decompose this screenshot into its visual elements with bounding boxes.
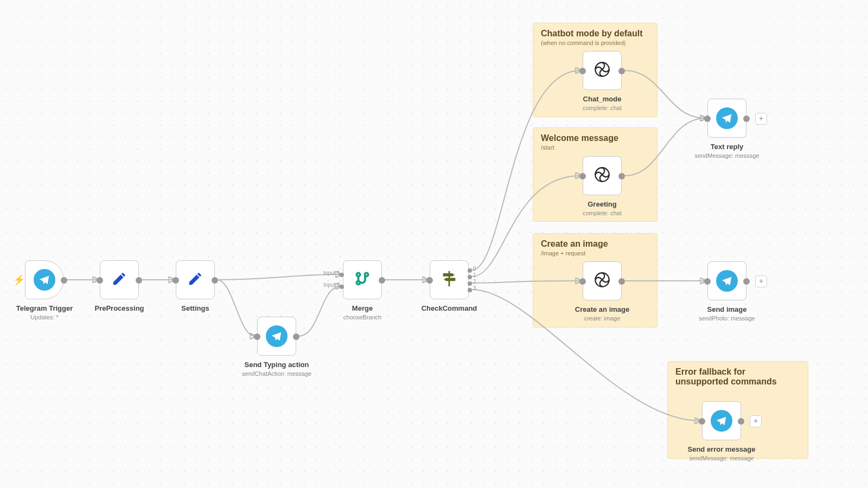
input-port[interactable]	[704, 278, 711, 285]
pencil-icon	[187, 271, 203, 289]
add-output-button[interactable]: +	[755, 113, 767, 125]
output-port[interactable]	[61, 277, 67, 284]
check-output-label-3: 3	[473, 285, 476, 291]
output-port-3[interactable]	[468, 288, 472, 292]
output-port[interactable]	[743, 115, 750, 122]
sticky-title: Chatbot mode by default	[541, 29, 649, 38]
node-create-image[interactable]	[583, 261, 622, 300]
node-merge[interactable]	[343, 260, 382, 299]
node-title: CheckCommand	[422, 304, 477, 313]
node-check-command[interactable]	[430, 260, 469, 299]
node-settings[interactable]	[176, 260, 215, 299]
node-title: Text reply	[694, 142, 759, 152]
input-port[interactable]	[579, 278, 586, 285]
node-title: Send image	[699, 305, 755, 314]
pencil-icon	[111, 271, 127, 289]
output-port[interactable]	[136, 277, 142, 284]
node-greeting[interactable]	[583, 156, 622, 195]
output-port[interactable]	[618, 173, 625, 179]
node-send-error[interactable]	[702, 401, 741, 440]
openai-icon	[593, 60, 611, 81]
sticky-desc: /start	[541, 144, 649, 151]
node-preprocessing[interactable]	[100, 260, 139, 299]
branch-icon	[354, 271, 371, 289]
input-port-2[interactable]	[340, 285, 344, 289]
sticky-title: Create an image	[541, 239, 649, 249]
output-port[interactable]	[618, 68, 625, 74]
openai-icon	[593, 165, 611, 186]
node-sub: complete: chat	[583, 209, 622, 217]
add-output-button[interactable]: +	[755, 275, 767, 287]
check-output-label-1: 1	[473, 272, 476, 278]
input-port[interactable]	[173, 277, 179, 284]
openai-icon	[593, 271, 611, 291]
svg-marker-4	[443, 273, 455, 277]
node-text-reply[interactable]	[707, 99, 746, 138]
merge-input-label-2: Input 2	[323, 282, 340, 288]
input-port[interactable]	[426, 277, 433, 284]
node-chat-mode[interactable]	[583, 51, 622, 90]
output-port[interactable]	[293, 333, 299, 340]
node-title: Send error message	[687, 445, 755, 454]
input-port-1[interactable]	[340, 273, 344, 277]
telegram-icon	[34, 269, 55, 291]
telegram-icon	[266, 325, 288, 347]
node-sub: sendMessage: message	[687, 454, 755, 463]
output-port[interactable]	[212, 277, 218, 284]
sticky-title: Welcome message	[541, 133, 649, 143]
output-port-0[interactable]	[468, 268, 472, 273]
sticky-title: Error fallback for unsupported commands	[675, 367, 800, 387]
node-telegram-trigger[interactable]	[25, 260, 64, 299]
node-sub: Updates: *	[16, 313, 73, 322]
check-output-label-0: 0	[473, 266, 476, 272]
output-port[interactable]	[743, 278, 750, 285]
node-title: Send Typing action	[242, 360, 311, 370]
output-port-2[interactable]	[468, 281, 472, 286]
node-title: Telegram Trigger	[16, 304, 73, 313]
input-port[interactable]	[704, 115, 711, 122]
node-send-typing[interactable]	[257, 317, 296, 356]
node-sub: complete: chat	[583, 104, 622, 112]
svg-point-0	[356, 273, 360, 276]
input-port[interactable]	[97, 277, 103, 284]
telegram-icon	[716, 270, 738, 292]
output-port-1[interactable]	[468, 275, 472, 279]
telegram-icon	[711, 410, 732, 432]
trigger-bolt-icon: ⚡	[13, 274, 25, 286]
node-title: Merge	[343, 304, 381, 313]
node-send-image[interactable]	[707, 261, 746, 300]
node-sub: chooseBranch	[343, 313, 381, 322]
sticky-desc: (when no command is provided)	[541, 40, 649, 46]
input-port[interactable]	[579, 173, 586, 179]
signpost-icon	[440, 269, 458, 290]
telegram-icon	[716, 107, 738, 129]
svg-marker-5	[444, 278, 455, 281]
svg-point-2	[365, 273, 368, 276]
node-sub: sendPhoto: message	[699, 314, 755, 323]
check-output-label-2: 2	[473, 279, 476, 285]
node-title: Create an image	[575, 305, 629, 314]
merge-input-label-1: Input 1	[323, 270, 340, 276]
input-port[interactable]	[579, 68, 586, 74]
node-title: Chat_mode	[583, 94, 622, 104]
input-port[interactable]	[254, 333, 260, 340]
node-sub: sendChatAction: message	[242, 370, 311, 378]
sticky-desc: /image + request	[541, 250, 649, 256]
node-title: Greeting	[583, 200, 622, 209]
input-port[interactable]	[699, 418, 705, 425]
output-port[interactable]	[379, 277, 385, 284]
node-title: Settings	[181, 304, 209, 313]
node-sub: sendMessage: message	[694, 152, 759, 160]
node-title: PreProcessing	[94, 304, 144, 313]
output-port[interactable]	[738, 418, 744, 425]
output-port[interactable]	[618, 278, 625, 285]
node-sub: create: image	[575, 314, 629, 323]
add-output-button[interactable]: +	[750, 415, 762, 427]
